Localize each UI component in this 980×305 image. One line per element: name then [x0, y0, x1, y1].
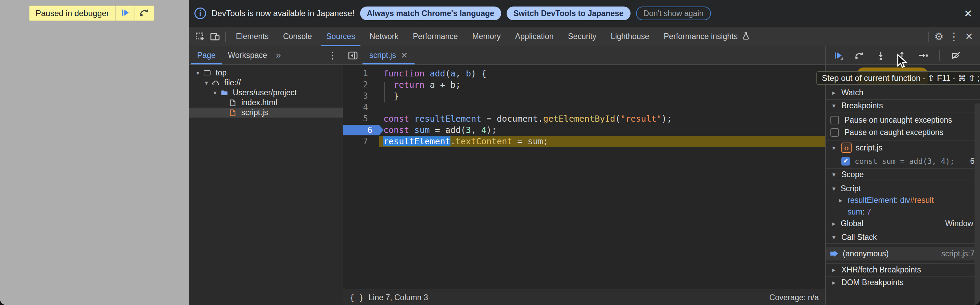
devtools-close-icon[interactable]: ✕ — [961, 29, 977, 44]
tab-performance[interactable]: Performance — [406, 27, 465, 46]
tree-item-top[interactable]: ▾top — [189, 68, 343, 78]
tab-sources[interactable]: Sources — [319, 27, 362, 46]
language-infobar: i DevTools is now available in Japanese!… — [189, 0, 980, 27]
code-line-6[interactable]: 6const sum = add(3, 4); — [343, 125, 825, 136]
section-watch[interactable]: ▸ Watch — [826, 86, 980, 99]
expanded-triangle-icon[interactable]: ▾ — [211, 89, 219, 97]
tree-item-label: file:// — [224, 78, 241, 88]
tree-item-file-[interactable]: ▾file:// — [189, 78, 343, 88]
code-line-7[interactable]: 7resultElement.textContent = sum; — [343, 136, 825, 147]
section-call-stack[interactable]: ▾ Call Stack — [826, 231, 980, 243]
editor-tab-scriptjs[interactable]: script.js ✕ — [363, 46, 415, 64]
tab-workspace[interactable]: Workspace — [222, 46, 274, 64]
line-number-2[interactable]: 2 — [343, 79, 379, 91]
tab-label: Performance insights — [664, 32, 738, 41]
line-number-4[interactable]: 4 — [343, 102, 379, 113]
var-value-id: #result — [910, 196, 934, 204]
line-number-1[interactable]: 1 — [343, 68, 379, 79]
section-dom-breakpoints[interactable]: ▸ DOM Breakpoints — [826, 276, 980, 289]
settings-gear-icon[interactable]: ⚙ — [931, 29, 947, 44]
line-number-5[interactable]: 5 — [343, 113, 379, 125]
panel-tabs: ElementsConsoleSourcesNetworkPerformance… — [229, 27, 758, 46]
tab-page[interactable]: Page — [191, 46, 222, 64]
more-tabs-chevron-icon[interactable]: » — [273, 46, 283, 64]
code-line-4[interactable]: 4 — [343, 102, 825, 113]
scope-var-sum[interactable]: sum: 7 — [826, 206, 980, 218]
editor-statusbar: { } Line 7, Column 3 Coverage: n/a — [343, 289, 825, 305]
tree-item-script-js[interactable]: script.js — [189, 108, 343, 118]
deactivate-breakpoints-icon[interactable] — [951, 50, 961, 61]
expanded-triangle-icon[interactable]: ▾ — [194, 69, 202, 77]
device-toolbar-icon[interactable] — [207, 29, 223, 44]
scope-label: Scope — [842, 170, 864, 179]
tree-item-index-html[interactable]: index.html — [189, 97, 343, 108]
debugger-sections: ▸ Watch ▾ Breakpoints Pause on uncaught … — [826, 65, 980, 305]
inspect-element-icon[interactable] — [192, 29, 207, 44]
scope-global-row[interactable]: ▸ Global Window — [826, 218, 980, 229]
section-xhr-breakpoints[interactable]: ▸ XHR/fetch Breakpoints — [826, 263, 980, 276]
section-scope[interactable]: ▾ Scope — [826, 168, 980, 180]
resume-script-icon[interactable] — [833, 50, 843, 61]
format-pretty-print-icon[interactable]: { } — [350, 293, 364, 302]
code-editor[interactable]: 1function add(a, b) {2 return a + b;3 }4… — [343, 65, 825, 289]
expanded-triangle-icon: ▾ — [830, 171, 837, 179]
tab-console[interactable]: Console — [276, 27, 319, 46]
tab-network[interactable]: Network — [363, 27, 406, 46]
banner-step-over-button[interactable] — [135, 6, 154, 21]
pause-uncaught-checkbox[interactable] — [830, 116, 839, 125]
navigator-menu-icon[interactable]: ⋮ — [323, 46, 343, 64]
collapsed-triangle-icon: ▸ — [830, 220, 837, 228]
breakpoint-badge[interactable]: 6 — [343, 125, 384, 136]
coverage-label: Coverage: n/a — [770, 293, 819, 302]
tab-security[interactable]: Security — [561, 27, 603, 46]
switch-to-japanese-button[interactable]: Switch DevTools to Japanese — [507, 6, 630, 20]
breakpoint-entry[interactable]: const sum = add(3, 4); 6 — [826, 154, 980, 168]
scope-script-row[interactable]: ▾ Script — [826, 183, 980, 194]
tab-elements[interactable]: Elements — [229, 27, 276, 46]
tab-memory[interactable]: Memory — [465, 27, 508, 46]
var-value-tag: div — [900, 196, 910, 204]
code-line-3[interactable]: 3 } — [343, 91, 825, 102]
var-name: sum — [848, 207, 862, 216]
line-number-6[interactable]: 6 — [343, 125, 379, 136]
infobar-close-icon[interactable]: ✕ — [964, 8, 972, 19]
devtools-window: i DevTools is now available in Japanese!… — [189, 0, 980, 305]
tab-lighthouse[interactable]: Lighthouse — [603, 27, 657, 46]
tree-item-users-user-project[interactable]: ▾Users/user/project — [189, 88, 343, 97]
code-line-content — [379, 102, 825, 113]
expanded-triangle-icon[interactable]: ▾ — [202, 79, 210, 87]
editor-tab-label: script.js — [369, 51, 396, 60]
expanded-triangle-icon: ▾ — [830, 233, 837, 241]
scope-var-resultelement[interactable]: ▸ resultElement: div#result — [826, 194, 980, 206]
step-icon[interactable] — [918, 50, 928, 61]
code-line-5[interactable]: 5const resultElement = document.getEleme… — [343, 113, 825, 125]
step-into-icon[interactable] — [876, 50, 886, 61]
step-over-icon[interactable] — [854, 50, 865, 61]
tab-application[interactable]: Application — [508, 27, 561, 46]
global-label: Global — [841, 219, 863, 228]
indent-guide — [384, 82, 385, 102]
sidebar-scrollbar[interactable] — [975, 104, 980, 305]
call-stack-body: (anonymous) script.js:7 — [826, 243, 980, 260]
pause-caught-row[interactable]: Pause on caught exceptions — [826, 126, 980, 139]
code-line-content: } — [379, 91, 825, 102]
always-match-language-button[interactable]: Always match Chrome's language — [360, 6, 501, 20]
code-line-2[interactable]: 2 return a + b; — [343, 79, 825, 91]
section-breakpoints[interactable]: ▾ Breakpoints — [826, 99, 980, 112]
tab-performance-insights[interactable]: Performance insights — [657, 27, 758, 46]
line-number-3[interactable]: 3 — [343, 91, 379, 102]
hide-navigator-icon[interactable] — [343, 46, 363, 64]
dont-show-again-button[interactable]: Don't show again — [636, 6, 711, 20]
line-number-7[interactable]: 7 — [343, 136, 379, 147]
breakpoint-checkbox[interactable] — [842, 157, 850, 166]
editor-tab-close-icon[interactable]: ✕ — [401, 51, 408, 60]
call-stack-frame[interactable]: (anonymous) script.js:7 — [826, 247, 980, 260]
call-stack-label: Call Stack — [842, 233, 877, 242]
pause-caught-checkbox[interactable] — [830, 128, 839, 137]
more-options-icon[interactable]: ⋮ — [947, 29, 961, 44]
collapsed-triangle-icon: ▸ — [830, 279, 837, 286]
breakpoint-file-group[interactable]: ▾ ‹› script.js — [826, 141, 980, 154]
pause-uncaught-row[interactable]: Pause on uncaught exceptions — [826, 114, 980, 126]
banner-resume-button[interactable] — [115, 6, 135, 21]
code-line-1[interactable]: 1function add(a, b) { — [343, 68, 825, 79]
